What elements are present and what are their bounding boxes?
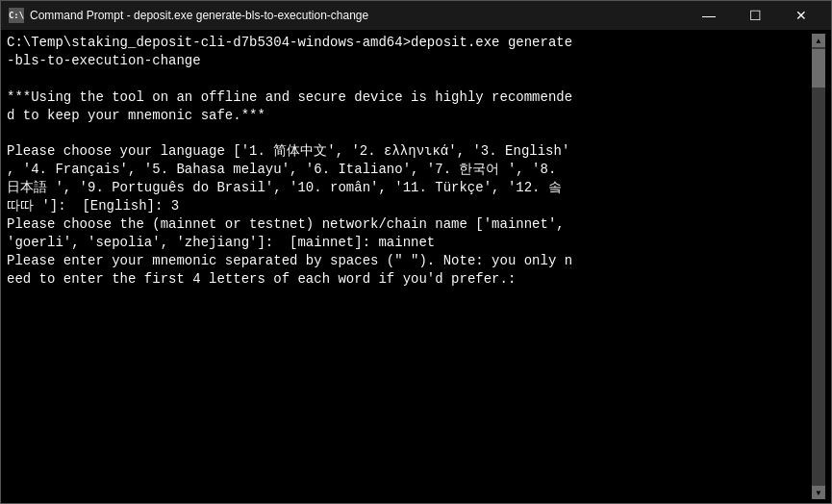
- scrollbar[interactable]: ▲ ▼: [812, 34, 825, 499]
- minimize-button[interactable]: —: [687, 1, 731, 30]
- command-prompt-window: C:\ Command Prompt - deposit.exe generat…: [0, 0, 832, 504]
- terminal-content: C:\Temp\staking_deposit-cli-d7b5304-wind…: [7, 34, 812, 499]
- scroll-up-button[interactable]: ▲: [812, 34, 825, 47]
- window-title: Command Prompt - deposit.exe generate-bl…: [30, 9, 687, 22]
- close-button[interactable]: ✕: [779, 1, 823, 30]
- window-controls: — ☐ ✕: [687, 1, 823, 30]
- scroll-down-button[interactable]: ▼: [812, 486, 825, 499]
- terminal-output: C:\Temp\staking_deposit-cli-d7b5304-wind…: [7, 34, 812, 288]
- window-icon: C:\: [9, 8, 24, 23]
- maximize-button[interactable]: ☐: [733, 1, 777, 30]
- scrollbar-thumb[interactable]: [812, 49, 825, 88]
- terminal-body[interactable]: C:\Temp\staking_deposit-cli-d7b5304-wind…: [1, 30, 831, 503]
- titlebar: C:\ Command Prompt - deposit.exe generat…: [1, 1, 831, 30]
